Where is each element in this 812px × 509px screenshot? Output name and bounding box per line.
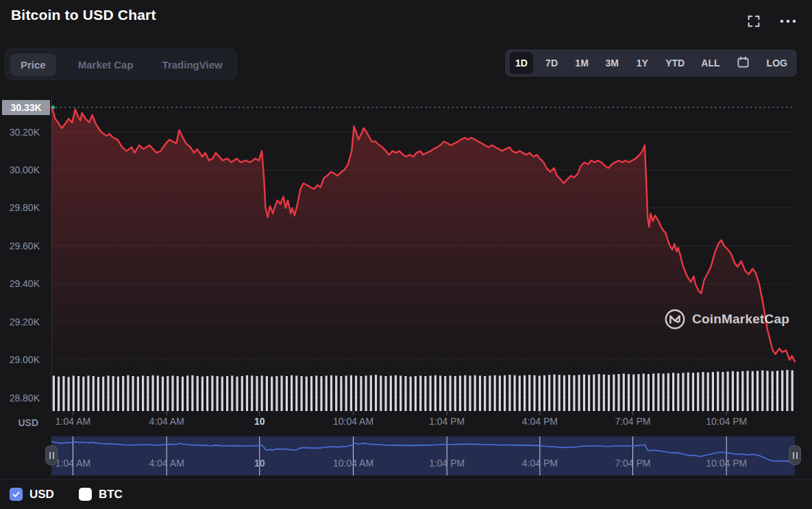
x-axis-label: 4:04 AM bbox=[149, 416, 184, 427]
tab-tradingview[interactable]: TradingView bbox=[156, 53, 230, 76]
navigator-axis-label: 1:04 AM bbox=[56, 458, 90, 469]
navigator-axis-label: 7:04 PM bbox=[615, 458, 650, 469]
range-7d-button[interactable]: 7D bbox=[540, 52, 563, 74]
price-area-fill bbox=[51, 108, 795, 411]
usd-checkbox[interactable] bbox=[10, 488, 23, 501]
bitcoin-usd-chart-panel: Bitcoin to USD Chart Price Market Cap Tr… bbox=[0, 0, 812, 509]
range-all-button[interactable]: ALL bbox=[696, 52, 724, 74]
chart-type-tabs: Price Market Cap TradingView bbox=[5, 49, 237, 80]
y-axis-label: 29.20K bbox=[0, 316, 40, 327]
y-axis-label: 29.00K bbox=[0, 354, 40, 365]
x-axis-label: 1:04 AM bbox=[56, 416, 90, 427]
y-axis-label: 29.60K bbox=[0, 240, 40, 251]
tab-market-cap[interactable]: Market Cap bbox=[71, 53, 140, 76]
navigator-axis-label: 10 bbox=[254, 458, 265, 469]
usd-toggle-label: USD bbox=[29, 488, 54, 501]
btc-toggle[interactable]: BTC bbox=[79, 488, 123, 501]
fullscreen-icon bbox=[746, 14, 761, 29]
y-axis-label: 30.00K bbox=[0, 164, 40, 175]
navigator-axis-label: 10:04 AM bbox=[333, 458, 373, 469]
more-options-button[interactable] bbox=[776, 10, 800, 33]
tab-price[interactable]: Price bbox=[10, 53, 56, 76]
calendar-icon bbox=[737, 55, 750, 69]
currency-toggles: USD BTC bbox=[10, 488, 123, 501]
check-icon bbox=[12, 490, 21, 499]
x-axis-label: 10 bbox=[254, 416, 265, 427]
current-reference-badge: 30.33K bbox=[2, 100, 50, 115]
footer-bar: USD BTC Want more data? Check out our AP… bbox=[0, 480, 812, 509]
usd-toggle[interactable]: USD bbox=[10, 488, 54, 501]
x-tickmarks bbox=[73, 411, 726, 415]
range-1y-button[interactable]: 1Y bbox=[630, 52, 654, 74]
header-actions bbox=[742, 10, 800, 33]
range-3m-button[interactable]: 3M bbox=[600, 52, 624, 74]
range-1m-button[interactable]: 1M bbox=[570, 52, 593, 74]
range-1d-button[interactable]: 1D bbox=[510, 52, 533, 74]
price-chart-plot[interactable] bbox=[51, 96, 795, 411]
fullscreen-button[interactable] bbox=[742, 10, 765, 33]
y-axis-label: 29.80K bbox=[0, 202, 40, 213]
navigator-background bbox=[51, 436, 795, 475]
x-axis-label: 10:04 AM bbox=[333, 416, 373, 427]
navigator-axis-label: 10:04 PM bbox=[706, 458, 747, 469]
y-axis-label: 30.20K bbox=[0, 127, 40, 138]
y-axis-unit-label: USD bbox=[0, 417, 38, 428]
navigator-axis-label: 1:04 PM bbox=[429, 458, 465, 469]
navigator-right-handle[interactable] bbox=[789, 445, 801, 465]
x-axis-label: 4:04 PM bbox=[522, 416, 558, 427]
range-toolbar: 1D 7D 1M 3M 1Y YTD ALL LOG bbox=[505, 49, 797, 77]
log-scale-button[interactable]: LOG bbox=[762, 52, 792, 74]
y-axis-label: 29.40K bbox=[0, 278, 40, 289]
btc-checkbox[interactable] bbox=[79, 488, 92, 501]
x-axis-label: 7:04 PM bbox=[615, 416, 650, 427]
range-ytd-button[interactable]: YTD bbox=[661, 52, 689, 74]
navigator-axis-label: 4:04 AM bbox=[149, 458, 184, 469]
btc-toggle-label: BTC bbox=[99, 488, 123, 501]
ellipsis-icon bbox=[779, 14, 797, 29]
x-axis-label: 1:04 PM bbox=[429, 416, 465, 427]
navigator-strip[interactable] bbox=[51, 436, 795, 475]
navigator-axis-label: 4:04 PM bbox=[522, 458, 558, 469]
y-axis-label: 28.80K bbox=[0, 393, 40, 404]
navigator-left-handle[interactable] bbox=[45, 445, 58, 465]
page-title: Bitcoin to USD Chart bbox=[11, 7, 156, 23]
x-axis-label: 10:04 PM bbox=[706, 416, 747, 427]
date-range-calendar-button[interactable] bbox=[732, 52, 755, 74]
